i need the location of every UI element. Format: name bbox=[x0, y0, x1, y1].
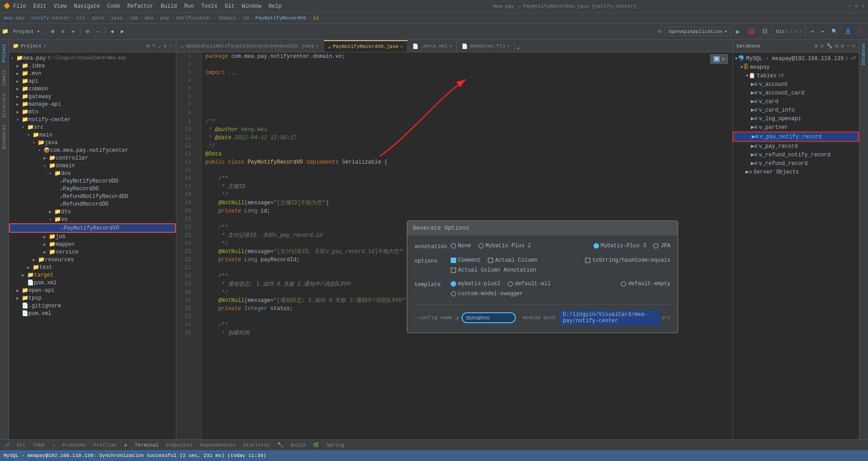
tree-manage-api[interactable]: ▶ 📁 manage-api bbox=[9, 100, 176, 108]
toolbar-prev-btn[interactable]: ◀ bbox=[108, 28, 117, 35]
tree-service[interactable]: ▶ 📁 service bbox=[9, 248, 176, 256]
db-table-v-pay-record[interactable]: ▶ ⊞ v_pay_record bbox=[733, 142, 859, 151]
toolbar-indent-btn[interactable]: ⇌ bbox=[69, 28, 78, 35]
tree-resources[interactable]: ▶ 📁 resources bbox=[9, 256, 176, 263]
debug-btn[interactable]: 🐞 bbox=[745, 27, 758, 36]
menu-code[interactable]: Code bbox=[107, 3, 120, 9]
project-icon-1[interactable]: ⊞ bbox=[146, 43, 150, 49]
db-icon-1[interactable]: ⊞ bbox=[815, 43, 818, 49]
db-server-objects[interactable]: ▶ ⚙ Server Objects bbox=[733, 168, 859, 176]
tree-dos[interactable]: ▾ 📁 dos bbox=[9, 169, 176, 177]
db-table-v-card-info[interactable]: ▶ ⊞ v_card_info bbox=[733, 106, 859, 114]
go-radio-none[interactable]: None bbox=[451, 243, 471, 249]
db-filter-icon[interactable]: ▽ bbox=[852, 43, 855, 49]
tree-mapper[interactable]: ▶ 📁 mapper bbox=[9, 240, 176, 248]
tab-close-2[interactable]: ✕ bbox=[400, 44, 403, 49]
toolbar-settings-btn[interactable]: ⚙ bbox=[83, 28, 92, 35]
go-check-comment[interactable]: Comment bbox=[451, 257, 481, 263]
tab-meta-xml[interactable]: 📄 .meta.xml ✕ bbox=[408, 40, 457, 52]
side-bookmarks-label[interactable]: Bookmarks bbox=[2, 121, 7, 153]
tab-close-4[interactable]: ✕ bbox=[507, 43, 510, 49]
more-btn[interactable]: ⋮ bbox=[856, 28, 866, 35]
side-project-label[interactable]: Project bbox=[2, 40, 7, 66]
db-table-v-refund-notify[interactable]: ▶ ⊞ v_refund_notify_record bbox=[733, 151, 859, 159]
tree-package[interactable]: ▾ 📦 com.mea.pay.notifycenter bbox=[9, 146, 176, 154]
side-commit-label[interactable]: Commit bbox=[2, 66, 7, 89]
toolbar-align-btn[interactable]: ≡ bbox=[59, 28, 67, 35]
db-tables[interactable]: ▾ 📋 tables 10 bbox=[733, 71, 859, 80]
bottom-tab-git[interactable]: Git bbox=[17, 442, 26, 448]
go-config-name-input[interactable] bbox=[462, 312, 516, 323]
bc-meapay[interactable]: mea-pay bbox=[4, 15, 24, 21]
tree-main[interactable]: ▾ 📁 main bbox=[9, 131, 176, 139]
menu-navigate[interactable]: Navigate bbox=[74, 3, 100, 9]
menu-run[interactable]: Run bbox=[184, 3, 194, 9]
menu-tools[interactable]: Tools bbox=[201, 3, 217, 9]
bc-notify-center[interactable]: notify-center bbox=[31, 15, 70, 21]
go-radio-mybatis-plus2[interactable]: mybatis-plus2 bbox=[451, 281, 500, 287]
tree-idea[interactable]: ▶ 📁 .idea bbox=[9, 62, 176, 70]
menu-edit[interactable]: Edit bbox=[33, 3, 47, 9]
tab-more-btn[interactable]: ▾ bbox=[517, 45, 520, 52]
coverage-btn[interactable]: ⛾ bbox=[760, 28, 770, 35]
tree-java[interactable]: ▾ 📂 java bbox=[9, 139, 176, 146]
bc-main[interactable]: main bbox=[92, 15, 104, 21]
side-structure-label[interactable]: Structure bbox=[2, 89, 7, 121]
bottom-tab-build[interactable]: Build bbox=[291, 442, 306, 448]
run-config-selector[interactable]: OpenApiApplication ▾ bbox=[665, 27, 731, 36]
window-controls[interactable]: — ❐ ✕ bbox=[848, 3, 864, 9]
go-check-actual-col[interactable]: Actual Column bbox=[488, 257, 538, 263]
tree-vo[interactable]: ▾ 📁 vo bbox=[9, 216, 176, 223]
tree-gitignore[interactable]: ▶ 📄 .gitignore bbox=[9, 302, 176, 310]
menu-build[interactable]: Build bbox=[160, 3, 177, 9]
tree-root[interactable]: ▾ 📁 mea-pay D:\lingyin\VisualCard\mea-pa… bbox=[9, 54, 176, 62]
annotation-close-icon[interactable]: ✕ bbox=[722, 56, 725, 62]
tree-test[interactable]: ▶ 📁 test bbox=[9, 263, 176, 271]
go-radio-custom-swagger[interactable]: custom-model-swagger bbox=[451, 291, 523, 297]
bottom-tab-profiler[interactable]: Profiler bbox=[94, 442, 118, 448]
bc-mea[interactable]: mea bbox=[145, 15, 154, 21]
tree-refund-notify-do[interactable]: ▶ ☕ RefundNotifyRecordDO bbox=[9, 193, 176, 200]
toolbar-next-btn[interactable]: ▶ bbox=[118, 28, 127, 35]
go-radio-default-all[interactable]: default-all bbox=[508, 281, 551, 287]
db-icon-5[interactable]: ⚙ bbox=[841, 43, 844, 49]
project-header-icons[interactable]: ⊞ ≡ ⌄ ⚙ — bbox=[146, 43, 172, 49]
tree-target[interactable]: ▶ 📁 target bbox=[9, 271, 176, 279]
db-table-v-card[interactable]: ▶ ⊞ v_card bbox=[733, 97, 859, 106]
project-icon-5[interactable]: — bbox=[169, 43, 172, 49]
toolbar-minus-btn[interactable]: — bbox=[94, 28, 102, 35]
bc-vo[interactable]: vo bbox=[243, 15, 249, 21]
tree-pay-notify-do[interactable]: ▶ ☕ PayNotifyRecordDO bbox=[9, 177, 176, 185]
db-table-v-account[interactable]: ▶ ⊞ v_account bbox=[733, 80, 859, 89]
tree-controller[interactable]: ▶ 📁 controller bbox=[9, 154, 176, 162]
side-database-label[interactable]: Database bbox=[861, 40, 866, 69]
toolbar-layout-btn[interactable]: ⊞ bbox=[48, 28, 57, 35]
db-table-v-account-card[interactable]: ▶ ⊞ v_account_card bbox=[733, 89, 859, 97]
git-check1[interactable]: ✓ bbox=[790, 28, 793, 34]
tree-job[interactable]: ▶ 📁 job bbox=[9, 233, 176, 240]
run-btn[interactable]: ▶ bbox=[733, 26, 743, 37]
bc-notifycenter[interactable]: notifycenter bbox=[176, 15, 212, 21]
bc-java[interactable]: java bbox=[111, 15, 123, 21]
go-check-tostring[interactable]: toString/hashCode/equals bbox=[585, 257, 670, 263]
menu-help[interactable]: Help bbox=[269, 3, 282, 9]
tree-mtn[interactable]: ▶ 📁 mtn bbox=[9, 108, 176, 116]
tab-update-fail[interactable]: ☕ UpdateFailNotificationStatusJobHandler… bbox=[176, 40, 324, 52]
project-icon-2[interactable]: ≡ bbox=[152, 43, 156, 49]
bottom-tab-terminal[interactable]: Terminal bbox=[135, 442, 159, 448]
tree-refund-do[interactable]: ▶ ☕ RefundRecordDO bbox=[9, 200, 176, 208]
tree-src[interactable]: ▾ 📁 src bbox=[9, 123, 176, 131]
go-radio-mybatis2[interactable]: Mybatis-Plus 2 bbox=[478, 243, 531, 249]
bottom-tab-spring[interactable]: Spring bbox=[326, 442, 344, 448]
tab-close-3[interactable]: ✕ bbox=[449, 43, 452, 49]
menu-git[interactable]: Git bbox=[225, 3, 235, 9]
tree-open-api[interactable]: ▶ 📁 open-api bbox=[9, 287, 176, 294]
project-icon-4[interactable]: ⚙ bbox=[164, 43, 167, 49]
bc-domain[interactable]: domain bbox=[218, 15, 236, 21]
toolbar-project-btn[interactable]: Project ▾ bbox=[10, 28, 42, 35]
db-table-v-pay-notify-record[interactable]: ▶ ⊞ v_pay_notify_record bbox=[733, 132, 859, 142]
project-icon-3[interactable]: ⌄ bbox=[158, 43, 161, 49]
menu-window[interactable]: Window bbox=[242, 3, 261, 9]
tree-pom-notify[interactable]: ▶ 📄 pom.xml bbox=[9, 279, 176, 287]
redo-btn[interactable]: ↪ bbox=[818, 28, 827, 35]
